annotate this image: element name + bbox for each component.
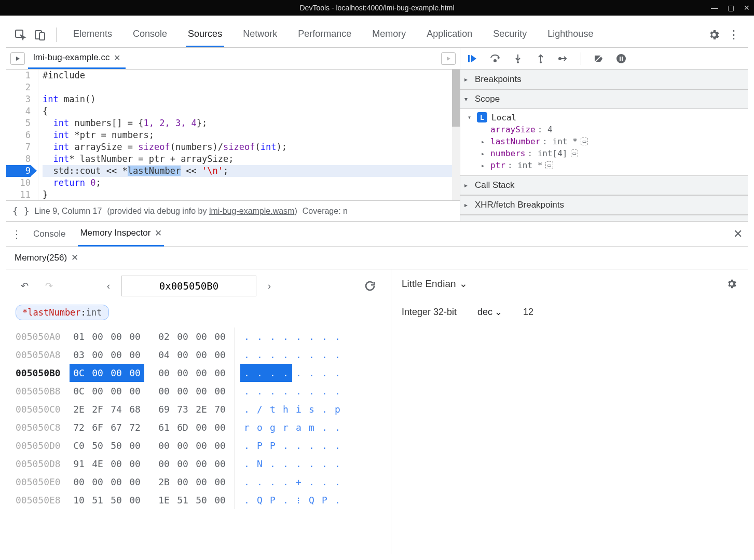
tab-network[interactable]: Network — [241, 22, 279, 47]
svg-rect-10 — [620, 57, 621, 61]
file-tab-active[interactable]: lmi-bug-example.cc ✕ — [28, 48, 126, 69]
dom-breakpoints-pane[interactable]: ▸DOM Breakpoints — [460, 215, 748, 221]
debug-info-link[interactable]: lmi-bug-example.wasm — [209, 207, 295, 215]
editor-scrollbar[interactable] — [452, 70, 460, 200]
main-tabs: ElementsConsoleSourcesNetworkPerformance… — [71, 22, 702, 47]
hex-row[interactable]: 005050B00C00000000000000........ — [16, 364, 381, 382]
address-input[interactable] — [121, 276, 256, 296]
format-selector[interactable]: dec⌄ — [477, 306, 502, 318]
prev-page-icon[interactable]: ‹ — [102, 281, 115, 292]
close-tab-icon[interactable]: ✕ — [114, 53, 120, 63]
debug-toolbar — [460, 48, 748, 70]
hex-row[interactable]: 005050A00100000002000000........ — [16, 327, 381, 346]
refresh-icon[interactable] — [359, 280, 381, 292]
svg-rect-2 — [39, 33, 45, 40]
callstack-pane[interactable]: ▸Call Stack — [460, 175, 748, 195]
svg-rect-11 — [622, 57, 623, 61]
pause-exceptions-icon[interactable] — [615, 53, 627, 64]
pretty-print-icon[interactable]: { } — [12, 206, 30, 216]
console-tab[interactable]: Console — [31, 223, 67, 245]
close-icon[interactable]: ✕ — [71, 252, 78, 263]
memory-chip-icon[interactable]: ▭ — [571, 149, 579, 157]
step-out-icon[interactable] — [535, 53, 546, 64]
chevron-down-icon: ⌄ — [459, 278, 468, 290]
hex-row[interactable]: 005050C02E2F746869732E70./this.p — [16, 400, 381, 418]
code-editor[interactable]: 123456789101112 #include int main(){ int… — [6, 70, 460, 200]
drawer-tabs: ⋮ Console Memory Inspector ✕ ✕ — [6, 222, 748, 247]
interpreted-value: 12 — [523, 307, 533, 318]
tab-memory[interactable]: Memory — [370, 22, 408, 47]
scope-var[interactable]: ▸ptr: int *▭ — [460, 159, 748, 171]
hex-grid[interactable]: 005050A00100000002000000........005050A8… — [16, 327, 381, 509]
debug-info: (provided via debug info by lmi-bug-exam… — [107, 207, 297, 216]
endian-selector[interactable]: Little Endian ⌄ — [402, 278, 468, 290]
scope-var[interactable]: ▸numbers: int[4]▭ — [460, 147, 748, 159]
hex-row[interactable]: 005050D0C050500000000000.PP..... — [16, 436, 381, 455]
hex-row[interactable]: 005050E0000000002B000000....+... — [16, 473, 381, 491]
maximize-icon[interactable]: ▢ — [728, 4, 734, 12]
hex-row[interactable]: 005050C8726F6772616D0000rogram.. — [16, 418, 381, 436]
hex-row[interactable]: 005050E8105150001E515000.QP.⫶QP. — [16, 491, 381, 509]
navigator-toggle-icon[interactable] — [10, 52, 25, 65]
local-badge-icon: L — [477, 112, 487, 122]
close-window-icon[interactable]: ✕ — [744, 4, 750, 12]
value-settings-icon[interactable] — [726, 278, 737, 290]
memory-inspector-tab[interactable]: Memory Inspector ✕ — [78, 222, 164, 247]
svg-point-7 — [559, 58, 561, 60]
window-titlebar: DevTools - localhost:4000/lmi-bug-exampl… — [0, 0, 754, 16]
tab-security[interactable]: Security — [491, 22, 529, 47]
scope-var[interactable]: ▸lastNumber: int *▭ — [460, 135, 748, 147]
tab-performance[interactable]: Performance — [296, 22, 353, 47]
minimize-icon[interactable]: — — [711, 4, 718, 12]
scope-local[interactable]: ▾LLocal — [460, 111, 748, 124]
memory-tabs: Memory(256) ✕ — [6, 247, 748, 269]
memory-chip-icon[interactable]: ▭ — [545, 161, 553, 169]
tab-elements[interactable]: Elements — [71, 22, 114, 47]
tab-lighthouse[interactable]: Lighthouse — [545, 22, 595, 47]
cursor-position: Line 9, Column 17 — [35, 207, 102, 216]
editor-status-bar: { } Line 9, Column 17 (provided via debu… — [6, 200, 460, 221]
more-menu-icon[interactable]: ⋮ — [726, 27, 742, 43]
value-type-label: Integer 32-bit — [402, 307, 457, 318]
step-into-icon[interactable] — [512, 53, 524, 64]
drawer-close-icon[interactable]: ✕ — [733, 227, 743, 241]
next-page-icon[interactable]: › — [263, 281, 276, 292]
settings-gear-icon[interactable] — [706, 27, 722, 43]
chevron-down-icon: ⌄ — [495, 306, 502, 318]
breakpoints-pane[interactable]: ▸Breakpoints — [460, 70, 748, 89]
scope-pane[interactable]: ▾Scope — [460, 89, 748, 109]
main-toolbar: ElementsConsoleSourcesNetworkPerformance… — [6, 22, 748, 48]
snippets-run-icon[interactable] — [441, 52, 456, 65]
svg-point-6 — [540, 61, 542, 63]
drawer-menu-icon[interactable]: ⋮ — [11, 228, 21, 240]
close-icon[interactable]: ✕ — [155, 228, 162, 239]
device-toggle-icon[interactable] — [32, 27, 48, 43]
file-tab-name: lmi-bug-example.cc — [33, 52, 109, 63]
step-over-icon[interactable] — [489, 53, 501, 64]
svg-point-9 — [616, 54, 626, 63]
memory-chip-icon[interactable]: ▭ — [581, 138, 588, 145]
memory-tab[interactable]: Memory(256) ✕ — [11, 247, 81, 268]
hex-row[interactable]: 005050A80300000004000000........ — [16, 346, 381, 364]
file-tabs: lmi-bug-example.cc ✕ — [6, 48, 460, 70]
scope-var[interactable]: arraySize: 4 — [460, 124, 748, 135]
redo-icon[interactable]: ↷ — [40, 280, 58, 292]
svg-point-4 — [494, 60, 496, 62]
tab-sources[interactable]: Sources — [186, 22, 224, 47]
inspect-element-icon[interactable] — [12, 27, 28, 43]
window-title: DevTools - localhost:4000/lmi-bug-exampl… — [299, 4, 454, 12]
resume-icon[interactable] — [467, 53, 478, 64]
step-icon[interactable] — [558, 53, 569, 64]
pointer-chip[interactable]: *lastNumber: int — [16, 305, 109, 320]
hex-row[interactable]: 005050B80C00000000000000........ — [16, 382, 381, 400]
xhr-breakpoints-pane[interactable]: ▸XHR/fetch Breakpoints — [460, 195, 748, 215]
svg-point-5 — [517, 61, 519, 63]
undo-icon[interactable]: ↶ — [16, 280, 34, 292]
deactivate-breakpoints-icon[interactable] — [593, 53, 604, 64]
tab-console[interactable]: Console — [131, 22, 169, 47]
svg-rect-3 — [468, 55, 470, 62]
tab-application[interactable]: Application — [424, 22, 474, 47]
hex-row[interactable]: 005050D8914E000000000000.N...... — [16, 455, 381, 473]
coverage-label: Coverage: n — [303, 207, 348, 216]
